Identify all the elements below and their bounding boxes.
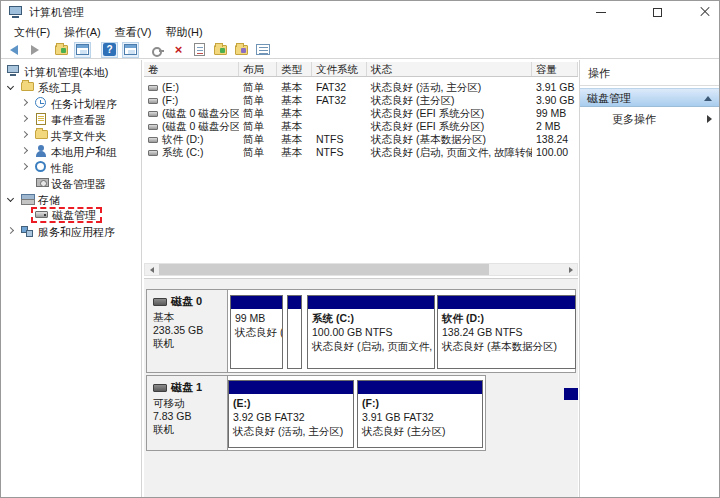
col-volume[interactable]: 卷 xyxy=(144,62,239,76)
expand-right-icon xyxy=(707,115,712,123)
tree-item-computer-management[interactable]: 计算机管理(本地) xyxy=(1,63,141,79)
table-row[interactable]: (E:) 简单 基本 FAT32 状态良好 (活动, 主分区) 3.91 GB xyxy=(144,81,578,94)
menu-action[interactable]: 操作(A) xyxy=(57,24,108,40)
partition-band-fragment xyxy=(564,388,578,400)
col-capacity[interactable]: 容量 xyxy=(532,62,578,76)
disk-1-row: 磁盘 1 可移动 7.83 GB 联机 (E:) 3.92 GB FAT32 状… xyxy=(146,375,486,451)
services-icon xyxy=(21,225,34,237)
primary-partition-band xyxy=(438,296,575,309)
app-icon xyxy=(9,6,22,18)
properties-doc-icon[interactable] xyxy=(191,42,208,58)
close-icon xyxy=(700,7,710,17)
tree-item-performance[interactable]: 性能 xyxy=(1,159,141,175)
primary-partition-band xyxy=(229,381,353,394)
shared-folders-icon xyxy=(35,130,48,139)
task-scheduler-icon xyxy=(35,97,46,108)
users-icon xyxy=(35,145,48,157)
menu-view[interactable]: 查看(V) xyxy=(108,24,159,40)
console-window-icon[interactable] xyxy=(74,42,91,58)
maximize-icon xyxy=(653,8,662,17)
collapse-icon[interactable] xyxy=(704,96,712,101)
partition-e[interactable]: (E:) 3.92 GB FAT32 状态良好 (活动, 主分区) xyxy=(228,380,354,448)
details-view-icon[interactable] xyxy=(254,42,271,58)
disk-0-row: 磁盘 0 基本 238.35 GB 联机 99 MB 状态良好 (EFI 系统分… xyxy=(146,289,576,373)
partition-software-d[interactable]: 软件 (D:) 138.24 GB NTFS 状态良好 (基本数据分区) xyxy=(437,295,576,369)
primary-partition-band xyxy=(308,296,434,309)
event-viewer-icon xyxy=(36,113,46,125)
disk-icon xyxy=(153,384,167,392)
col-filesystem[interactable]: 文件系统 xyxy=(312,62,367,76)
chevron-right-icon[interactable] xyxy=(21,147,28,154)
partition-efi-99mb[interactable]: 99 MB 状态良好 (EFI 系统分区) xyxy=(230,295,283,369)
close-button[interactable] xyxy=(690,1,720,23)
table-row[interactable]: (F:) 简单 基本 FAT32 状态良好 (主分区) 3.90 GB xyxy=(144,94,578,107)
scroll-left-icon[interactable] xyxy=(145,264,158,275)
col-layout[interactable]: 布局 xyxy=(239,62,277,76)
tree-item-shared-folders[interactable]: 共享文件夹 xyxy=(1,127,141,143)
table-row[interactable]: 系统 (C:) 简单 基本 NTFS 状态良好 (启动, 页面文件, 故障转储,… xyxy=(144,146,578,159)
table-row[interactable]: (磁盘 0 磁盘分区 3) 简单 基本 状态良好 (EFI 系统分区) 2 MB xyxy=(144,120,578,133)
chevron-right-icon[interactable] xyxy=(21,131,28,138)
col-status[interactable]: 状态 xyxy=(367,62,532,76)
chevron-right-icon[interactable] xyxy=(21,163,28,170)
chevron-down-icon[interactable] xyxy=(7,195,14,202)
edit-folder-icon[interactable] xyxy=(233,42,250,58)
tree-item-services-applications[interactable]: 服务和应用程序 xyxy=(1,223,141,239)
tree-item-local-users-groups[interactable]: 本地用户和组 xyxy=(1,143,141,159)
primary-partition-band xyxy=(231,296,282,309)
primary-partition-band xyxy=(358,381,482,394)
system-tools-icon xyxy=(21,82,34,91)
title-bar: 计算机管理 xyxy=(1,1,719,23)
more-actions-item[interactable]: 更多操作 xyxy=(580,110,720,128)
volume-icon xyxy=(148,98,158,104)
menu-help[interactable]: 帮助(H) xyxy=(158,24,209,40)
disk-management-icon xyxy=(35,211,48,218)
chevron-down-icon[interactable] xyxy=(7,83,14,90)
actions-pane: 操作 磁盘管理 更多操作 xyxy=(579,60,720,498)
minimize-button[interactable] xyxy=(586,1,616,23)
tree-item-device-manager[interactable]: 设备管理器 xyxy=(1,175,141,191)
partition-f[interactable]: (F:) 3.91 GB FAT32 状态良好 (主分区) xyxy=(357,380,483,448)
col-type[interactable]: 类型 xyxy=(277,62,312,76)
computer-icon xyxy=(7,65,20,77)
back-icon[interactable] xyxy=(5,42,22,58)
disk-0-label[interactable]: 磁盘 0 基本 238.35 GB 联机 xyxy=(147,290,228,372)
scrollbar-thumb[interactable] xyxy=(159,264,489,275)
console-tree: 计算机管理(本地) 系统工具 任务计划程序 事件查看器 共享文件夹 本地用户和组 xyxy=(1,60,142,498)
properties-window-icon[interactable] xyxy=(122,42,139,58)
partition-sliver-2mb[interactable] xyxy=(287,295,302,369)
tree-item-event-viewer[interactable]: 事件查看器 xyxy=(1,111,141,127)
actions-section-disk-management[interactable]: 磁盘管理 xyxy=(580,88,720,107)
tree-item-storage[interactable]: 存储 xyxy=(1,191,141,207)
chevron-right-icon[interactable] xyxy=(21,115,28,122)
volume-icon xyxy=(148,150,158,156)
horizontal-scrollbar[interactable] xyxy=(144,263,578,276)
forward-icon[interactable] xyxy=(26,42,43,58)
chevron-right-icon[interactable] xyxy=(7,227,14,234)
menu-bar: 文件(F) 操作(A) 查看(V) 帮助(H) xyxy=(1,23,719,41)
volume-icon xyxy=(148,111,158,117)
disk-1-label[interactable]: 磁盘 1 可移动 7.83 GB 联机 xyxy=(147,376,228,450)
tree-item-task-scheduler[interactable]: 任务计划程序 xyxy=(1,95,141,111)
tree-item-system-tools[interactable]: 系统工具 xyxy=(1,79,141,95)
volume-icon xyxy=(148,137,158,143)
menu-file[interactable]: 文件(F) xyxy=(7,24,57,40)
volume-icon xyxy=(148,85,158,91)
partition-system-c[interactable]: 系统 (C:) 100.00 GB NTFS 状态良好 (启动, 页面文件, 故… xyxy=(307,295,435,369)
scroll-right-icon[interactable] xyxy=(564,264,577,275)
chevron-right-icon[interactable] xyxy=(21,99,28,106)
maximize-button[interactable] xyxy=(642,1,672,23)
delete-icon[interactable]: × xyxy=(170,42,187,58)
volume-table-header: 卷 布局 类型 文件系统 状态 容量 xyxy=(144,62,578,77)
window-title: 计算机管理 xyxy=(29,5,84,20)
disk-icon xyxy=(153,298,167,306)
table-row[interactable]: (磁盘 0 磁盘分区 1) 简单 基本 状态良好 (EFI 系统分区) 99 M… xyxy=(144,107,578,120)
refresh-folder-icon[interactable] xyxy=(212,42,229,58)
up-folder-icon[interactable] xyxy=(53,42,70,58)
help-icon[interactable]: ? xyxy=(101,42,118,58)
primary-partition-band xyxy=(288,296,301,309)
toolbar: ? × xyxy=(1,41,719,59)
tree-item-disk-management[interactable]: 磁盘管理 xyxy=(1,207,141,223)
action-key-icon[interactable] xyxy=(149,42,166,58)
table-row[interactable]: 软件 (D:) 简单 基本 NTFS 状态良好 (基本数据分区) 138.24 xyxy=(144,133,578,146)
